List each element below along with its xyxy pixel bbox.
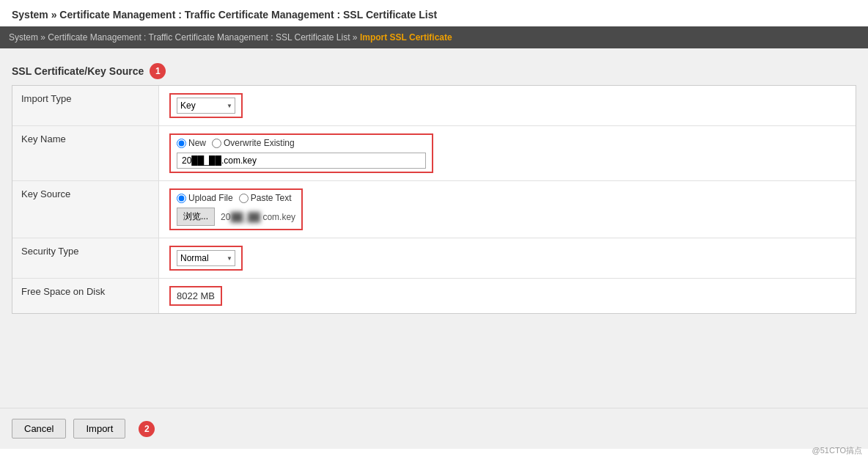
breadcrumb-top-text: System » Certificate Management : Traffi… bbox=[12, 9, 437, 21]
import-type-label: Import Type bbox=[12, 86, 159, 125]
highlight-box-securitytype: Normal High bbox=[169, 246, 243, 271]
security-type-select-wrapper: Normal High bbox=[177, 250, 235, 266]
radio-paste-text: Paste Text bbox=[251, 193, 292, 203]
file-name-blurred: ██_██ bbox=[230, 212, 260, 222]
browse-button[interactable]: 浏览... bbox=[177, 208, 215, 226]
radio-overwrite-text: Overwrite Existing bbox=[224, 138, 295, 148]
action-badge: 2 bbox=[139, 421, 155, 437]
free-space-text: 8022 MB bbox=[177, 290, 215, 301]
nav-prefix: System » Certificate Management : Traffi… bbox=[9, 32, 358, 43]
file-row: 浏览... 20██_██ com.key bbox=[177, 208, 295, 226]
import-type-select-wrapper: Key Certificate PKCS12 bbox=[177, 98, 235, 114]
radio-overwrite[interactable] bbox=[212, 139, 221, 148]
key-source-radio-group: Upload File Paste Text bbox=[177, 193, 295, 203]
content-area: SSL Certificate/Key Source 1 Import Type… bbox=[0, 48, 868, 408]
cancel-button[interactable]: Cancel bbox=[12, 419, 66, 439]
key-name-label: Key Name bbox=[12, 126, 159, 180]
radio-paste[interactable] bbox=[239, 194, 249, 203]
security-type-row: Security Type Normal High bbox=[12, 238, 856, 279]
free-space-label: Free Space on Disk bbox=[12, 279, 159, 313]
radio-upload[interactable] bbox=[177, 194, 186, 203]
import-button[interactable]: Import bbox=[73, 419, 125, 439]
radio-new-text: New bbox=[188, 138, 206, 148]
import-type-select[interactable]: Key Certificate PKCS12 bbox=[177, 98, 235, 114]
security-type-select[interactable]: Normal High bbox=[177, 250, 235, 266]
key-name-input-row bbox=[177, 153, 426, 169]
highlight-box-keysource: Upload File Paste Text 浏览... 20██_██ com… bbox=[169, 188, 303, 230]
key-source-label: Key Source bbox=[12, 181, 159, 238]
radio-upload-text: Upload File bbox=[188, 193, 233, 203]
import-type-value: Key Certificate PKCS12 bbox=[159, 86, 856, 125]
highlight-box-freespace: 8022 MB bbox=[169, 286, 222, 306]
watermark: @51CTO搞点 bbox=[812, 445, 862, 456]
security-type-label: Security Type bbox=[12, 238, 159, 278]
key-source-value: Upload File Paste Text 浏览... 20██_██ com… bbox=[159, 181, 856, 238]
section-header: SSL Certificate/Key Source 1 bbox=[12, 63, 856, 85]
radio-paste-label[interactable]: Paste Text bbox=[239, 193, 292, 203]
action-bar: Cancel Import 2 bbox=[0, 408, 868, 449]
free-space-row: Free Space on Disk 8022 MB bbox=[12, 279, 856, 313]
key-name-row: Key Name New Overwrite Existing bbox=[12, 126, 856, 181]
nav-bar: System » Certificate Management : Traffi… bbox=[0, 26, 868, 48]
free-space-value: 8022 MB bbox=[159, 279, 856, 313]
page-wrapper: System » Certificate Management : Traffi… bbox=[0, 0, 868, 462]
file-name-text: 20██_██ com.key bbox=[221, 212, 295, 222]
nav-active: Import SSL Certificate bbox=[360, 32, 452, 43]
key-source-row: Key Source Upload File Paste Text bbox=[12, 181, 856, 238]
radio-upload-label[interactable]: Upload File bbox=[177, 193, 233, 203]
radio-new-label[interactable]: New bbox=[177, 138, 206, 148]
highlight-box-importtype: Key Certificate PKCS12 bbox=[169, 93, 243, 118]
form-section: Import Type Key Certificate PKCS12 bbox=[12, 85, 856, 314]
highlight-box-keyname: New Overwrite Existing bbox=[169, 133, 433, 173]
section-badge: 1 bbox=[150, 63, 166, 79]
import-type-row: Import Type Key Certificate PKCS12 bbox=[12, 86, 856, 126]
security-type-value: Normal High bbox=[159, 238, 856, 278]
key-name-input[interactable] bbox=[177, 153, 426, 169]
radio-overwrite-label[interactable]: Overwrite Existing bbox=[212, 138, 295, 148]
key-name-radio-group: New Overwrite Existing bbox=[177, 138, 426, 148]
breadcrumb-top: System » Certificate Management : Traffi… bbox=[0, 0, 868, 26]
section-title: SSL Certificate/Key Source bbox=[12, 65, 144, 77]
radio-new[interactable] bbox=[177, 139, 186, 148]
key-name-value: New Overwrite Existing bbox=[159, 126, 856, 180]
